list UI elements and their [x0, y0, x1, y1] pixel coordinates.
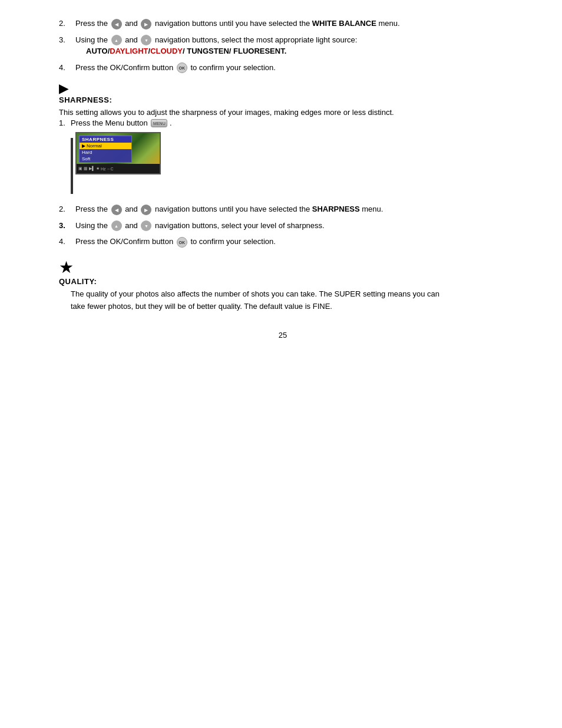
step-number: 2.: [59, 203, 75, 215]
step-number: 3.: [59, 34, 75, 46]
camera-screen: SHARPNESS ▶ Normal Hard Soft: [75, 132, 161, 174]
screen-image: SHARPNESS ▶ Normal Hard Soft: [77, 133, 160, 164]
sharpness-description: This setting allows you to adjust the sh…: [59, 108, 394, 117]
sharpness-step4: 4. Press the OK/Confirm button OK to con…: [59, 236, 507, 248]
step-text: Press the OK/Confirm button OK to confir…: [75, 236, 507, 248]
down-nav-button: [141, 35, 151, 45]
menu-button-icon: MENU: [151, 119, 167, 127]
step-number: 2.: [59, 18, 75, 29]
quality-section: ★ QUALITY: The quality of your photos al…: [59, 259, 507, 313]
screen-menu-overlay: SHARPNESS ▶ Normal Hard Soft: [79, 136, 132, 163]
page-number: 25: [59, 331, 507, 340]
right-nav-button: [141, 19, 151, 29]
bottom-icon-4: ★: [96, 166, 100, 171]
content-area: 2. Press the and navigation buttons unti…: [59, 18, 507, 340]
down-nav-button: [141, 220, 151, 231]
quality-icon: ★: [59, 258, 74, 276]
sharpness-section: ▶ SHARPNESS: This setting allows you to …: [59, 83, 507, 248]
sharpness-step2: 2. Press the and navigation buttons unti…: [59, 203, 507, 215]
step-number: 1.: [59, 118, 71, 127]
menu-item-soft: Soft: [80, 156, 131, 162]
bottom-icon-1: ▣: [78, 166, 82, 171]
step-text: Press the and navigation buttons until y…: [75, 18, 507, 29]
bottom-icon-7: C: [111, 167, 114, 171]
bottom-icon-6: ⎓: [107, 167, 110, 171]
screen-bottom-bar: ▣ ▦ ▶▌ ★ Hz ⎓ C: [77, 164, 160, 173]
wb-step4: 4. Press the OK/Confirm button OK to con…: [59, 62, 507, 74]
wb-step2: 2. Press the and navigation buttons unti…: [59, 18, 507, 29]
step-text: Press the OK/Confirm button OK to confir…: [75, 62, 507, 74]
sharpness-step3: 3. Using the and navigation buttons, sel…: [59, 220, 507, 232]
step-number: 4.: [59, 236, 75, 248]
up-nav-button: [111, 220, 122, 231]
step-text: Using the and navigation buttons, select…: [75, 220, 507, 232]
camera-screen-wrapper: SHARPNESS ▶ Normal Hard Soft: [71, 132, 507, 194]
bottom-icon-2: ▦: [84, 166, 88, 171]
up-nav-button: [111, 35, 122, 45]
sharpness-label: SHARPNESS:: [59, 95, 507, 104]
step-text: Using the and navigation buttons, select…: [75, 34, 507, 57]
menu-arrow: ▶: [82, 143, 85, 149]
quality-description: The quality of your photos also affects …: [71, 288, 507, 313]
left-nav-button: [111, 19, 122, 29]
wb-step3: 3. Using the and navigation buttons, sel…: [59, 34, 507, 57]
menu-item-normal: ▶ Normal: [80, 143, 131, 149]
quality-label: QUALITY:: [59, 277, 507, 286]
ok-button-icon: OK: [177, 62, 187, 73]
sharpness-icon: ▶: [59, 82, 68, 95]
bottom-icon-5: Hz: [101, 167, 106, 171]
ok-button-icon: OK: [177, 237, 187, 248]
bottom-icon-3: ▶▌: [89, 166, 95, 171]
step-text: Press the and navigation buttons until y…: [75, 203, 507, 215]
step-number: 4.: [59, 62, 75, 74]
menu-title: SHARPNESS: [80, 136, 131, 143]
step-number: 3.: [59, 220, 75, 232]
side-bar: [71, 138, 73, 194]
right-nav-button: [141, 205, 151, 215]
step1-content: Press the Menu button MENU . SHARPNESS ▶…: [71, 118, 507, 200]
sharpness-step1: 1. Press the Menu button MENU . SHARPNES…: [59, 118, 507, 200]
menu-item-hard: Hard: [80, 149, 131, 156]
left-nav-button: [111, 205, 122, 215]
